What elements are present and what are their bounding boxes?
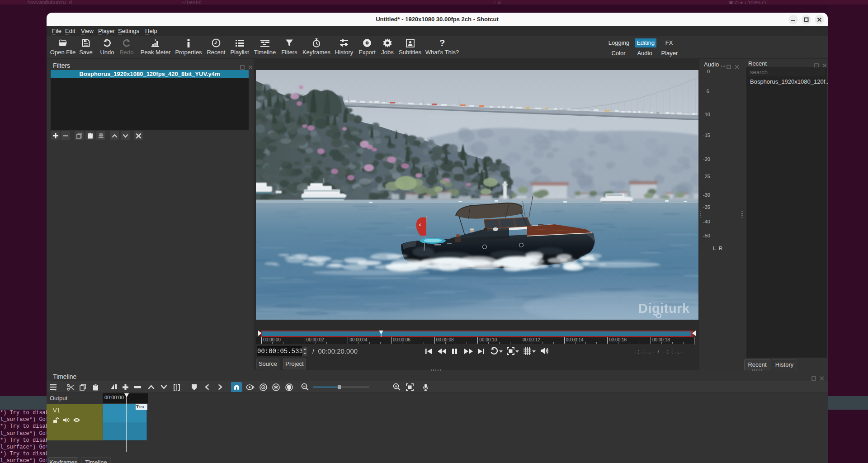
svg-text:Digiturk: Digiturk (638, 301, 690, 316)
